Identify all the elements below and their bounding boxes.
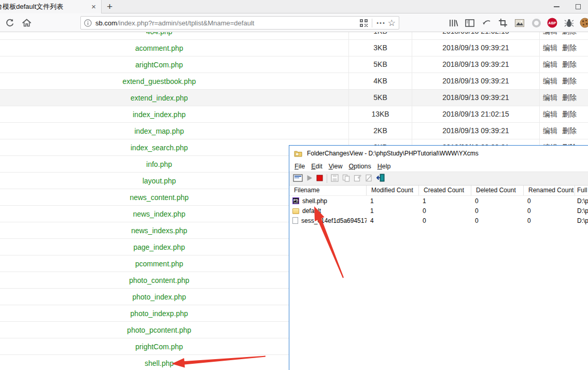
info-icon[interactable] <box>84 19 92 27</box>
file-link[interactable]: news_index.php <box>133 210 185 218</box>
file-link[interactable]: arightCom.php <box>135 61 183 69</box>
edit-link[interactable]: 编辑 <box>543 56 557 73</box>
bookmark-star-icon[interactable]: ☆ <box>388 19 396 27</box>
file-date: 2018/09/13 09:39:21 <box>412 56 539 73</box>
fcv-column-header[interactable]: Renamed Count <box>524 186 575 195</box>
save-icon <box>331 174 339 182</box>
file-link[interactable]: photo_content.php <box>129 276 189 284</box>
fcv-renamed: 0 <box>524 217 575 224</box>
choose-folder-button[interactable] <box>293 174 303 183</box>
file-icon <box>292 217 298 224</box>
library-button[interactable] <box>447 17 459 29</box>
delete-link[interactable]: 删除 <box>562 73 577 89</box>
page-actions-icon[interactable]: ••• <box>376 20 386 26</box>
file-link[interactable]: page_index.php <box>133 243 185 251</box>
file-link[interactable]: photo_pcontent.php <box>127 326 191 334</box>
edit-link[interactable]: 编辑 <box>543 73 557 89</box>
fcv-column-header[interactable]: Modified Count <box>367 186 419 195</box>
fcv-list-item[interactable]: default 1 0 0 0 D:\p <box>289 206 588 216</box>
properties-button[interactable] <box>354 174 361 183</box>
file-link[interactable]: shell.php <box>145 359 174 367</box>
fcv-column-header[interactable]: Created Count <box>419 186 471 195</box>
file-size: 13KB <box>348 106 412 122</box>
maximize-icon <box>576 4 581 9</box>
undo-button[interactable] <box>481 17 492 29</box>
file-link[interactable]: 404.php <box>146 32 173 36</box>
reload-button[interactable] <box>4 17 16 29</box>
file-size: 1KB <box>348 32 412 39</box>
edit-link[interactable]: 编辑 <box>543 40 557 56</box>
url-text[interactable]: sb.com/index.php?r=admin/set/tplist&Mnam… <box>95 19 360 27</box>
menu-edit[interactable]: Edit <box>308 163 326 170</box>
delete-link[interactable]: 删除 <box>562 40 577 56</box>
edit-link[interactable]: 编辑 <box>543 90 557 106</box>
filename-cell: 404.php <box>0 32 348 39</box>
sidebar-toggle-button[interactable] <box>464 17 475 29</box>
crop-button[interactable] <box>497 17 509 29</box>
file-link[interactable]: info.php <box>146 160 172 168</box>
window-minimize-button[interactable] <box>548 0 565 13</box>
file-link[interactable]: prightCom.php <box>135 343 183 351</box>
qr-code-icon[interactable] <box>360 19 368 27</box>
file-date: 2018/09/13 09:39:21 <box>412 90 539 106</box>
fcv-filename: default <box>302 207 321 215</box>
delete-link[interactable]: 删除 <box>562 32 577 39</box>
file-date: 2018/09/13 09:39:21 <box>412 73 539 89</box>
file-link[interactable]: news_content.php <box>130 193 189 202</box>
delete-link[interactable]: 删除 <box>562 90 577 106</box>
fcv-deleted: 0 <box>471 197 524 205</box>
extension-ring-button[interactable] <box>530 17 542 29</box>
folderchangesview-window: FolderChangesView - D:\phpStudy\PHPTutor… <box>289 145 588 370</box>
new-tab-button[interactable]: + <box>102 1 118 12</box>
library-icon <box>449 19 458 27</box>
cookie-extension-button[interactable] <box>579 17 588 29</box>
fcv-column-header[interactable]: Deleted Count <box>471 186 524 195</box>
file-link[interactable]: pcomment.php <box>135 260 184 268</box>
fcv-column-header[interactable]: Full Path <box>575 186 588 195</box>
file-link[interactable]: photo_index.php <box>132 293 186 301</box>
exit-button[interactable] <box>376 174 385 183</box>
address-bar[interactable]: sb.com/index.php?r=admin/set/tplist&Mnam… <box>80 16 399 30</box>
menu-options[interactable]: Options <box>346 163 374 170</box>
fcv-modified: 1 <box>367 207 419 215</box>
menu-help[interactable]: Help <box>374 163 394 170</box>
save-button[interactable] <box>331 174 339 183</box>
file-link[interactable]: extend_index.php <box>131 94 188 102</box>
filename-cell: extend_index.php <box>0 90 348 106</box>
fcv-list-item[interactable]: sess_014ef1d5a694517... 4 0 0 0 D:\p <box>289 216 588 225</box>
start-icon <box>306 175 313 181</box>
fcv-titlebar[interactable]: FolderChangesView - D:\phpStudy\PHPTutor… <box>289 146 588 161</box>
screenshot-extension-button[interactable] <box>514 17 525 29</box>
report-button[interactable] <box>365 174 373 183</box>
window-maximize-button[interactable] <box>569 0 587 13</box>
menu-file[interactable]: File <box>291 163 308 170</box>
tab-close-icon[interactable]: × <box>89 2 98 11</box>
file-link[interactable]: index_map.php <box>134 127 184 135</box>
edit-link[interactable]: 编辑 <box>543 123 557 139</box>
adblock-plus-button[interactable]: ABP <box>547 17 558 29</box>
browser-tab[interactable]: 台模板default文件列表 × <box>0 0 102 13</box>
delete-link[interactable]: 删除 <box>562 123 577 139</box>
copy-button[interactable] <box>342 174 350 183</box>
fcv-list-item[interactable]: shell.php 1 1 0 0 D:\p <box>289 196 588 206</box>
bug-extension-button[interactable] <box>563 17 575 29</box>
file-link[interactable]: photo_indexp.php <box>130 309 188 318</box>
edit-link[interactable]: 编辑 <box>543 106 557 122</box>
file-link[interactable]: extend_guestbook.php <box>122 77 196 86</box>
delete-link[interactable]: 删除 <box>562 56 577 73</box>
browser-tab-bar: 台模板default文件列表 × + <box>0 0 588 13</box>
file-link[interactable]: index_search.php <box>131 144 188 152</box>
menu-view[interactable]: View <box>326 163 346 170</box>
file-link[interactable]: acomment.php <box>135 44 184 52</box>
file-link[interactable]: news_indexs.php <box>131 226 187 235</box>
edit-link[interactable]: 编辑 <box>543 32 557 39</box>
delete-link[interactable]: 删除 <box>562 106 577 122</box>
file-link[interactable]: index_index.php <box>133 110 186 119</box>
fcv-column-header[interactable]: Filename <box>289 186 367 195</box>
file-date: 2018/09/13 09:39:21 <box>412 123 539 139</box>
file-link[interactable]: layout.php <box>143 177 176 185</box>
start-button[interactable] <box>306 175 313 183</box>
actions-cell: 编辑 删除 <box>539 123 588 139</box>
stop-button[interactable] <box>316 175 323 183</box>
home-button[interactable] <box>21 17 32 29</box>
